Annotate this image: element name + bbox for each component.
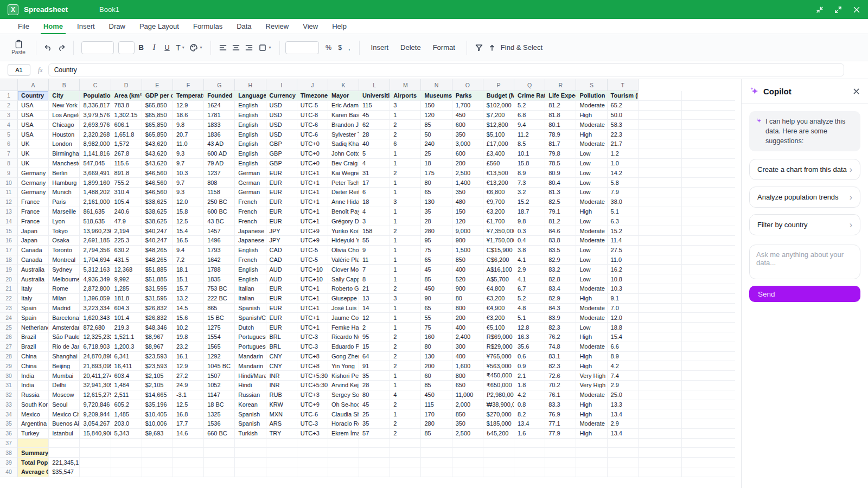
cell-F27[interactable]: 23.2: [173, 342, 204, 352]
font-size-input[interactable]: [118, 41, 135, 54]
cell-S9[interactable]: Low: [576, 168, 607, 178]
cell-Q1[interactable]: Crime Rate: [514, 91, 545, 101]
cell-G3[interactable]: 1781: [204, 111, 235, 120]
col-header-P[interactable]: P: [483, 79, 514, 91]
cell-J34[interactable]: UTC-6: [297, 409, 328, 419]
cell-C36[interactable]: 15,840,900: [80, 429, 111, 439]
cell-C12[interactable]: 2,161,000: [80, 197, 111, 207]
cell-K33[interactable]: Oh Se-hoon: [328, 400, 359, 410]
cell-B36[interactable]: Istanbul: [49, 429, 80, 439]
cell-O22[interactable]: 80: [452, 294, 483, 304]
cell-Q30[interactable]: 2.1: [514, 371, 545, 381]
cell-F9[interactable]: 10.3: [173, 168, 204, 178]
cell-I36[interactable]: TRY: [266, 429, 297, 439]
cell-C23[interactable]: 3,223,334: [80, 304, 111, 313]
cell-T19[interactable]: 16.2: [608, 265, 639, 274]
cell-S8[interactable]: Low: [576, 159, 607, 169]
send-button[interactable]: Send: [749, 286, 860, 302]
cell-N21[interactable]: 450: [421, 284, 452, 294]
cell-M28[interactable]: 2: [390, 352, 421, 362]
cell-S10[interactable]: Low: [576, 178, 607, 188]
col-header-O[interactable]: O: [452, 79, 483, 91]
cell-C4[interactable]: 2,693,976: [80, 120, 111, 130]
cell-A7[interactable]: UK: [18, 149, 49, 159]
cell-D5[interactable]: 1,651.8: [111, 130, 142, 139]
cell-D20[interactable]: 9,992: [111, 274, 142, 284]
cell-S37[interactable]: [576, 439, 607, 448]
cell-K22[interactable]: Giuseppe Sala: [328, 294, 359, 304]
cell-G34[interactable]: 1325: [204, 409, 235, 419]
cell-D40[interactable]: [111, 467, 142, 477]
cell-A4[interactable]: USA: [18, 120, 49, 130]
cell-L23[interactable]: 14: [359, 304, 390, 313]
cell-K20[interactable]: Sally Capp: [328, 274, 359, 284]
cell-O12[interactable]: 480: [452, 197, 483, 207]
cell-A11[interactable]: Germany: [18, 188, 49, 197]
cell-B24[interactable]: Barcelona: [49, 313, 80, 323]
cell-A25[interactable]: Netherlands: [18, 323, 49, 332]
cell-N28[interactable]: 130: [421, 352, 452, 362]
cell-B21[interactable]: Rome: [49, 284, 80, 294]
cell-Q37[interactable]: [514, 439, 545, 448]
cell-G33[interactable]: 18 BC: [204, 400, 235, 410]
cell-H18[interactable]: French: [235, 255, 266, 265]
row-header-18[interactable]: 18: [0, 255, 18, 265]
cell-N8[interactable]: 18: [421, 159, 452, 169]
cell-M17[interactable]: 1: [390, 246, 421, 255]
cell-F34[interactable]: 16.8: [173, 409, 204, 419]
cell-O36[interactable]: 2,500: [452, 429, 483, 439]
redo-icon[interactable]: [55, 41, 68, 54]
cell-R3[interactable]: 81.8: [545, 111, 576, 120]
cell-B8[interactable]: Manchester: [49, 159, 80, 169]
cell-R26[interactable]: 76.2: [545, 332, 576, 342]
cell-A36[interactable]: Turkey: [18, 429, 49, 439]
cell-A33[interactable]: South Korea: [18, 400, 49, 410]
cell-G11[interactable]: 1158: [204, 188, 235, 197]
row-header-26[interactable]: 26: [0, 332, 18, 342]
cell-N18[interactable]: 65: [421, 255, 452, 265]
cell-D25[interactable]: 219.3: [111, 323, 142, 332]
cell-L21[interactable]: 21: [359, 284, 390, 294]
cell-I26[interactable]: BRL: [266, 332, 297, 342]
cell-J19[interactable]: UTC+10: [297, 265, 328, 274]
cell-F4[interactable]: 9.8: [173, 120, 204, 130]
cell-S14[interactable]: Low: [576, 216, 607, 226]
cell-J38[interactable]: [297, 448, 328, 458]
cell-F22[interactable]: 13.2: [173, 294, 204, 304]
cell-S22[interactable]: High: [576, 294, 607, 304]
cell-K9[interactable]: Kai Wegner: [328, 168, 359, 178]
cell-O8[interactable]: 200: [452, 159, 483, 169]
cell-I6[interactable]: GBP: [266, 139, 297, 149]
cell-R1[interactable]: Life Expect.: [545, 91, 576, 101]
row-header-37[interactable]: 37: [0, 439, 18, 448]
cell-J37[interactable]: [297, 439, 328, 448]
col-header-D[interactable]: D: [111, 79, 142, 91]
cell-O6[interactable]: 3,000: [452, 139, 483, 149]
cell-M29[interactable]: 2: [390, 361, 421, 371]
cell-R15[interactable]: 84.6: [545, 226, 576, 236]
cell-D32[interactable]: 2,511: [111, 390, 142, 400]
cell-M6[interactable]: 6: [390, 139, 421, 149]
cell-J39[interactable]: [297, 458, 328, 467]
cell-G21[interactable]: 753 BC: [204, 284, 235, 294]
cell-O31[interactable]: 650: [452, 381, 483, 390]
cell-F30[interactable]: 27.2: [173, 371, 204, 381]
cell-I33[interactable]: KRW: [266, 400, 297, 410]
cell-K12[interactable]: Anne Hidalgo: [328, 197, 359, 207]
cell-R32[interactable]: 76.1: [545, 390, 576, 400]
cell-I34[interactable]: MXN: [266, 409, 297, 419]
col-header-N[interactable]: N: [421, 79, 452, 91]
cell-D29[interactable]: 16,411: [111, 361, 142, 371]
cell-T9[interactable]: 14.2: [608, 168, 639, 178]
cell-G35[interactable]: 1536: [204, 419, 235, 429]
cell-T22[interactable]: 9.1: [608, 294, 639, 304]
cell-O17[interactable]: 1,500: [452, 246, 483, 255]
cell-B28[interactable]: Shanghai: [49, 352, 80, 362]
currency-format-button[interactable]: $: [335, 44, 345, 52]
cell-N33[interactable]: 115: [421, 400, 452, 410]
cell-B23[interactable]: Madrid: [49, 304, 80, 313]
cell-D2[interactable]: 783.8: [111, 101, 142, 111]
cell-L13[interactable]: 4: [359, 207, 390, 217]
cell-E4[interactable]: $65,850: [142, 120, 173, 130]
cell-G25[interactable]: 1275: [204, 323, 235, 332]
